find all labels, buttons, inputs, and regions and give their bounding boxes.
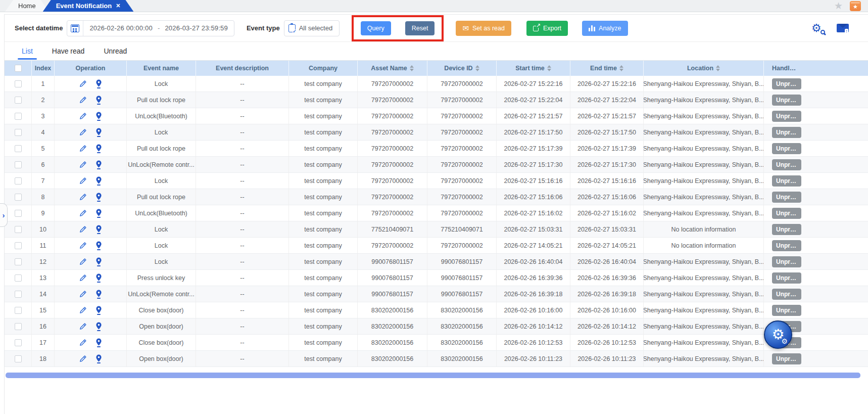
row-checkbox[interactable] <box>15 355 22 362</box>
sort-icon[interactable] <box>716 65 720 71</box>
cell-company: test company <box>289 92 358 108</box>
row-checkbox[interactable] <box>15 80 22 87</box>
edit-pencil-icon[interactable] <box>79 112 87 120</box>
tab-unread[interactable]: Unread <box>103 42 128 60</box>
calendar-button[interactable] <box>67 21 83 36</box>
edit-pencil-icon[interactable] <box>79 193 87 201</box>
datetime-range-value[interactable]: 2026-02-26 00:00:00-2026-03-27 23:59:59 <box>83 24 234 32</box>
event-type-select[interactable]: All selected <box>284 20 340 36</box>
row-checkbox[interactable] <box>15 194 22 201</box>
edit-pencil-icon[interactable] <box>79 338 87 347</box>
datetime-end: 2026-03-27 23:59:59 <box>165 24 228 32</box>
location-pin-icon[interactable] <box>95 354 102 363</box>
table-row: 8 Pull out lock rope -- test company 797… <box>5 189 868 205</box>
export-button[interactable]: ↗ Export <box>526 21 568 36</box>
location-pin-icon[interactable] <box>95 193 102 202</box>
datetime-range-input[interactable]: 2026-02-26 00:00:00-2026-03-27 23:59:59 <box>67 20 234 36</box>
location-pin-icon[interactable] <box>95 209 102 218</box>
location-pin-icon[interactable] <box>95 96 102 105</box>
row-checkbox[interactable] <box>15 307 22 314</box>
edit-pencil-icon[interactable] <box>79 273 87 282</box>
cell-event-name: Lock <box>127 124 196 140</box>
edit-pencil-icon[interactable] <box>79 290 87 298</box>
mail-notification-icon[interactable] <box>837 24 849 32</box>
row-checkbox[interactable] <box>15 258 22 265</box>
edit-pencil-icon[interactable] <box>79 144 87 153</box>
query-button[interactable]: Query <box>361 21 391 35</box>
tab-list[interactable]: List <box>21 42 34 60</box>
location-pin-icon[interactable] <box>95 290 102 299</box>
cell-checkbox <box>5 76 32 91</box>
row-checkbox[interactable] <box>15 177 22 185</box>
row-checkbox[interactable] <box>15 97 22 104</box>
cell-start-time: 2026-02-27 14:05:21 <box>497 238 570 253</box>
location-pin-icon[interactable] <box>95 112 102 121</box>
tab-home[interactable]: Home <box>5 0 49 12</box>
select-all-checkbox[interactable] <box>15 65 22 72</box>
sort-icon[interactable] <box>475 65 479 71</box>
row-checkbox[interactable] <box>15 161 22 168</box>
edit-pencil-icon[interactable] <box>79 96 87 104</box>
location-pin-icon[interactable] <box>95 144 102 153</box>
header-operation: Operation <box>55 61 127 76</box>
edit-pencil-icon[interactable] <box>79 354 87 363</box>
favorites-folder-icon[interactable]: ★ <box>850 1 861 11</box>
edit-pencil-icon[interactable] <box>79 79 87 88</box>
location-pin-icon[interactable] <box>95 257 102 266</box>
location-pin-icon[interactable] <box>95 338 102 347</box>
cell-location: No location information <box>644 238 764 253</box>
edit-pencil-icon[interactable] <box>79 241 87 250</box>
row-checkbox[interactable] <box>15 339 22 346</box>
sort-icon[interactable] <box>619 65 623 71</box>
row-checkbox[interactable] <box>15 274 22 282</box>
row-checkbox[interactable] <box>15 129 22 136</box>
edit-pencil-icon[interactable] <box>79 209 87 217</box>
sidebar-expand-button[interactable]: › <box>0 203 8 227</box>
edit-pencil-icon[interactable] <box>79 225 87 234</box>
location-pin-icon[interactable] <box>95 225 102 234</box>
edit-pencil-icon[interactable] <box>79 322 87 331</box>
header-device-id[interactable]: Device ID <box>427 61 497 76</box>
status-badge: Unprocessed <box>772 78 801 89</box>
header-asset-name[interactable]: Asset Name <box>358 61 427 76</box>
set-as-read-button[interactable]: ✉ Set as read <box>456 21 511 36</box>
location-pin-icon[interactable] <box>95 176 102 186</box>
header-event-description: Event description <box>196 61 289 76</box>
horizontal-scrollbar[interactable] <box>6 373 860 378</box>
row-checkbox[interactable] <box>15 210 22 217</box>
tab-have-read[interactable]: Have read <box>51 42 86 60</box>
cell-event-name: Close box(door) <box>127 335 196 350</box>
reset-button[interactable]: Reset <box>405 21 435 35</box>
favorite-star-icon[interactable]: ★ <box>834 1 843 11</box>
edit-pencil-icon[interactable] <box>79 160 87 169</box>
edit-pencil-icon[interactable] <box>79 176 87 185</box>
edit-pencil-icon[interactable] <box>79 306 87 314</box>
location-pin-icon[interactable] <box>95 322 102 331</box>
header-end-time[interactable]: End time <box>570 61 644 76</box>
location-pin-icon[interactable] <box>95 306 102 315</box>
location-pin-icon[interactable] <box>95 273 102 283</box>
analyze-button[interactable]: Analyze <box>582 21 628 36</box>
cell-asset-name: 830202000156 <box>358 302 427 318</box>
sort-icon[interactable] <box>547 65 551 71</box>
row-checkbox[interactable] <box>15 145 22 152</box>
edit-pencil-icon[interactable] <box>79 257 87 266</box>
header-location[interactable]: Location <box>644 61 764 76</box>
row-checkbox[interactable] <box>15 323 22 330</box>
tab-event-notification[interactable]: Event Notification ✕ <box>43 0 134 12</box>
sort-icon[interactable] <box>410 65 414 71</box>
alarm-settings-icon[interactable]: ⚙ <box>811 22 825 35</box>
cell-start-time: 2026-02-26 16:40:04 <box>497 254 570 269</box>
location-pin-icon[interactable] <box>95 241 102 250</box>
floating-settings-button[interactable]: ⚙ ⚙ <box>764 320 792 349</box>
row-checkbox[interactable] <box>15 226 22 233</box>
close-tab-icon[interactable]: ✕ <box>116 3 120 9</box>
location-pin-icon[interactable] <box>95 160 102 169</box>
location-pin-icon[interactable] <box>95 128 102 137</box>
location-pin-icon[interactable] <box>95 79 102 88</box>
edit-pencil-icon[interactable] <box>79 128 87 136</box>
row-checkbox[interactable] <box>15 242 22 249</box>
row-checkbox[interactable] <box>15 291 22 298</box>
row-checkbox[interactable] <box>15 113 22 120</box>
header-start-time[interactable]: Start time <box>497 61 570 76</box>
